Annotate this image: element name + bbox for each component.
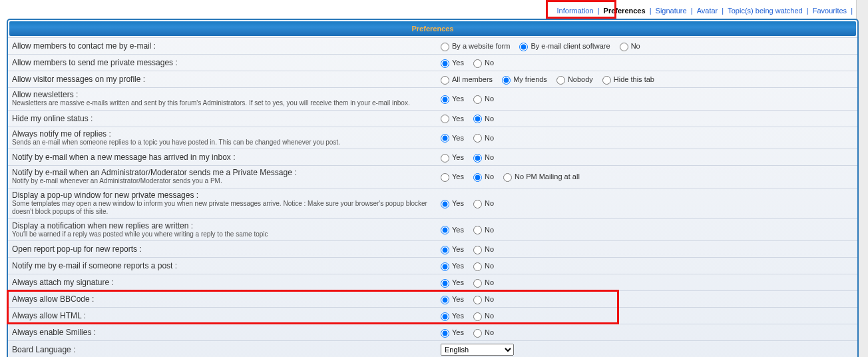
pref-option-label: Yes [452,226,464,234]
pref-radio-notify_admin_pm[interactable] [503,173,512,182]
pref-row-private_messages: Allow members to send me private message… [8,55,857,71]
pref-option[interactable]: Yes [441,198,464,208]
pref-option[interactable]: Yes [441,113,464,124]
pref-option[interactable]: Hide this tab [602,74,654,85]
pref-radio-visitor_messages[interactable] [502,76,511,85]
pref-radio-allow_bbcode[interactable] [473,296,482,304]
pref-radio-allow_html[interactable] [473,312,482,321]
pref-option[interactable]: All members [441,74,493,85]
pref-label: Display a notification when new replies … [12,221,193,230]
pref-radio-contact_email[interactable] [620,43,628,51]
pref-radio-notify_admin_pm[interactable] [473,173,482,182]
pref-label: Notify by e-mail when a new message has … [12,153,235,162]
pref-label-cell: Allow visitor messages on my profile : [8,71,437,88]
pref-radio-notif_replies_written[interactable] [473,226,482,234]
pref-radio-report_popup[interactable] [473,246,482,254]
pref-radio-enable_smilies[interactable] [441,329,449,338]
pref-radio-notify_admin_pm[interactable] [441,173,449,182]
pref-option[interactable]: No [473,152,494,163]
pref-option[interactable]: Yes [441,310,464,321]
pref-radio-popup_pm[interactable] [441,200,449,208]
pref-radio-allow_html[interactable] [441,312,449,321]
pref-option[interactable]: Yes [441,93,464,104]
pref-radio-notif_replies_written[interactable] [441,226,449,234]
pref-radio-notify_new_msg[interactable] [473,154,482,163]
pref-options-cell: YesNo [437,218,857,241]
pref-option[interactable]: Yes [441,152,464,163]
pref-option[interactable]: Yes [441,294,464,304]
pref-label: Board Language : [12,345,75,354]
pref-radio-visitor_messages[interactable] [602,76,611,85]
pref-option[interactable]: Yes [441,133,464,143]
nav-link-signature[interactable]: Signature [656,7,687,15]
pref-option[interactable]: Yes [441,57,464,68]
pref-radio-allow_bbcode[interactable] [441,296,449,304]
pref-radio-visitor_messages[interactable] [556,76,565,85]
pref-option[interactable]: Yes [441,327,464,338]
pref-radio-notify_report[interactable] [473,262,482,271]
nav-link-preferences[interactable]: Preferences [604,7,646,15]
pref-options-cell: YesNo [437,88,857,111]
pref-radio-report_popup[interactable] [441,246,449,254]
pref-option[interactable]: Yes [441,224,464,235]
pref-label-cell: Always attach my signature : [8,274,437,291]
pref-radio-attach_sig[interactable] [441,279,449,288]
pref-option[interactable]: No [473,57,494,68]
pref-option-label: Yes [452,278,464,286]
pref-option[interactable]: No [620,41,640,51]
pref-option[interactable]: No [473,327,494,338]
pref-option[interactable]: Nobody [556,74,593,85]
pref-option-label: Yes [452,59,464,67]
pref-option[interactable]: No [473,310,494,321]
pref-select-board_language[interactable]: English [441,344,514,356]
nav-link-favourites[interactable]: Favourites [813,7,847,15]
pref-option[interactable]: No PM Mailing at all [503,171,580,182]
pref-radio-notify_replies[interactable] [441,134,449,143]
pref-radio-notify_replies[interactable] [473,134,482,143]
pref-row-allow_bbcode: Always allow BBCode :YesNo [8,291,857,308]
pref-radio-newsletters[interactable] [473,95,482,104]
pref-option[interactable]: By e-mail client software [519,41,610,51]
pref-option[interactable]: No [473,171,494,182]
nav-link-topic-s-being-watched[interactable]: Topic(s) being watched [728,7,803,15]
pref-radio-visitor_messages[interactable] [441,76,449,85]
pref-radio-hide_online[interactable] [441,115,449,123]
pref-radio-contact_email[interactable] [441,43,449,51]
pref-radio-notify_report[interactable] [441,262,449,271]
pref-radio-contact_email[interactable] [519,43,528,51]
pref-label-cell: Hide my online status : [8,110,437,127]
pref-radio-hide_online[interactable] [473,115,482,123]
pref-option[interactable]: Yes [441,171,464,182]
pref-description: Notify by e-mail whenever an Administrat… [12,177,433,186]
pref-radio-newsletters[interactable] [441,95,449,104]
pref-option[interactable]: No [473,294,494,304]
pref-option-label: Yes [452,134,464,142]
pref-option[interactable]: No [473,198,494,208]
nav-link-information[interactable]: Information [557,7,594,15]
nav-link-avatar[interactable]: Avatar [697,7,718,15]
pref-radio-private_messages[interactable] [473,59,482,68]
pref-options-cell: YesNo [437,149,857,166]
pref-option[interactable]: My friends [502,74,547,85]
pref-option[interactable]: No [473,244,494,254]
pref-option-label: All members [452,75,493,83]
pref-radio-private_messages[interactable] [441,59,449,68]
pref-option-label: No [485,199,494,207]
pref-option-label: No [485,115,494,123]
pref-option-label: No [485,173,494,180]
pref-option[interactable]: No [473,260,494,271]
pref-option[interactable]: By a website form [441,41,510,51]
pref-option[interactable]: Yes [441,244,464,254]
pref-option[interactable]: No [473,224,494,235]
pref-option[interactable]: No [473,93,494,104]
pref-radio-enable_smilies[interactable] [473,329,482,338]
pref-radio-popup_pm[interactable] [473,200,482,208]
pref-option[interactable]: No [473,277,494,288]
pref-option-label: Yes [452,262,464,270]
pref-option[interactable]: No [473,133,494,143]
pref-option[interactable]: Yes [441,260,464,271]
pref-option[interactable]: Yes [441,277,464,288]
pref-radio-attach_sig[interactable] [473,279,482,288]
pref-radio-notify_new_msg[interactable] [441,154,449,163]
pref-option[interactable]: No [473,113,494,124]
